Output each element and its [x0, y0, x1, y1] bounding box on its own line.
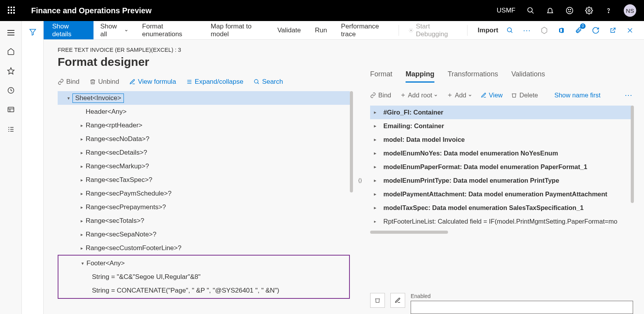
- map-node[interactable]: ▸modelPaymentAttachment: Data model enum…: [370, 187, 633, 201]
- show-name-first-button[interactable]: Show name first: [554, 92, 600, 99]
- format-tree-pane: FREE TEXT INVOICE (ER SAMPLE)(EXCEL) : 3…: [58, 47, 350, 314]
- map-node[interactable]: ▸modelEnumPrintType: Data model enumerat…: [370, 174, 633, 187]
- enabled-label: Enabled: [411, 293, 633, 299]
- h-scrollbar[interactable]: [370, 231, 448, 234]
- map-view-button[interactable]: View: [481, 92, 503, 99]
- map-node[interactable]: ▸RptFooterLineList: Calculated field = I…: [370, 215, 633, 228]
- tab-validations[interactable]: Validations: [511, 70, 545, 83]
- tab-transformations[interactable]: Transformations: [448, 70, 498, 83]
- tree-node[interactable]: Header<Any>: [58, 105, 350, 118]
- tree-node[interactable]: ▸Range<secCustomFooterLine>?: [58, 241, 350, 255]
- waffle-icon[interactable]: [8, 7, 16, 14]
- scrollbar[interactable]: [350, 91, 353, 192]
- tree-node-footer[interactable]: ▾Footer<Any>: [58, 256, 349, 270]
- map-node[interactable]: ▸model: Data model Invoice: [370, 133, 633, 146]
- show-all-menu[interactable]: Show all: [94, 21, 135, 39]
- svg-point-4: [570, 9, 571, 10]
- map-node[interactable]: ▸Emailing: Container: [370, 119, 633, 133]
- gear-icon[interactable]: [585, 6, 593, 15]
- start-debugging-button: Start Debugging: [402, 21, 464, 39]
- page-title: Format designer: [58, 55, 350, 69]
- tab-format[interactable]: Format: [370, 70, 392, 83]
- attachments-icon[interactable]: 0: [574, 26, 583, 35]
- map-node[interactable]: ▸#Giro_FI: Container: [370, 106, 633, 119]
- tree-toolbar: Bind Unbind View formula Expand/collapse…: [58, 78, 350, 86]
- clock-icon[interactable]: [7, 86, 15, 94]
- format-tree[interactable]: ▾Sheet<Invoice> Header<Any> ▸Range<rptHe…: [58, 91, 350, 299]
- scrollbar[interactable]: [631, 106, 634, 203]
- svg-marker-21: [30, 29, 35, 35]
- app-title: Finance and Operations Preview: [31, 6, 497, 15]
- run-button[interactable]: Run: [308, 21, 334, 39]
- svg-point-5: [588, 10, 590, 12]
- svg-point-30: [254, 79, 258, 83]
- funnel-icon[interactable]: [29, 28, 37, 36]
- map-more-icon[interactable]: ⋯: [625, 90, 633, 100]
- add-root-menu[interactable]: ＋Add root: [400, 91, 438, 99]
- view-formula-button[interactable]: View formula: [129, 78, 176, 86]
- tree-node[interactable]: ▸Range<secTotals>?: [58, 214, 350, 228]
- expand-collapse-button[interactable]: Expand/collapse: [186, 78, 243, 86]
- format-enumerations-button[interactable]: Format enumerations: [135, 21, 204, 39]
- map-node[interactable]: ▸modelEnumNoYes: Data model enumeration …: [370, 146, 633, 160]
- splitter-handle[interactable]: ⟨⟩: [358, 47, 362, 314]
- refresh-icon[interactable]: [591, 26, 600, 35]
- smiley-icon[interactable]: [565, 6, 574, 15]
- tree-node[interactable]: String = "&C&"Segoe UI,Regular"&8": [58, 270, 349, 284]
- tree-node[interactable]: ▸Range<secPrepayments>?: [58, 200, 350, 214]
- add-menu[interactable]: ＋Add: [446, 91, 472, 99]
- command-bar: Show details Show all Format enumeration…: [44, 21, 644, 40]
- search-icon[interactable]: [505, 26, 515, 35]
- user-avatar[interactable]: NS: [624, 4, 636, 17]
- tree-node[interactable]: ▸Range<secPaymSchedule>?: [58, 187, 350, 200]
- tree-node[interactable]: ▸Range<rptHeader>: [58, 118, 350, 132]
- search-icon[interactable]: [526, 6, 535, 15]
- performance-trace-button[interactable]: Performance trace: [334, 21, 395, 39]
- bell-icon[interactable]: [546, 6, 554, 15]
- options-icon[interactable]: [540, 26, 549, 35]
- tree-search-button[interactable]: Search: [254, 78, 283, 86]
- map-bind-button[interactable]: Bind: [370, 92, 391, 99]
- mapping-pane: Format Mapping Transformations Validatio…: [370, 47, 644, 314]
- modules-icon[interactable]: [7, 125, 15, 133]
- left-nav-rail: [0, 21, 22, 314]
- hamburger-icon[interactable]: [7, 30, 15, 36]
- trash-button[interactable]: [370, 293, 385, 308]
- map-delete-button[interactable]: Delete: [511, 92, 538, 99]
- enabled-input[interactable]: [411, 301, 633, 314]
- tree-node-root[interactable]: ▾Sheet<Invoice>: [58, 91, 350, 105]
- separator: [399, 25, 399, 36]
- tree-node[interactable]: ▸Range<secMarkup>?: [58, 159, 350, 173]
- popout-icon[interactable]: [608, 26, 618, 35]
- svg-point-23: [507, 28, 512, 32]
- validate-button[interactable]: Validate: [270, 21, 308, 39]
- tab-mapping[interactable]: Mapping: [406, 70, 434, 83]
- import-button[interactable]: Import: [471, 21, 505, 39]
- star-icon[interactable]: [7, 67, 15, 75]
- show-details-button[interactable]: Show details: [44, 21, 94, 39]
- company-code[interactable]: USMF: [497, 7, 515, 14]
- tree-node[interactable]: String = CONCATENATE("Page", " &P ", "@S…: [58, 284, 349, 297]
- map-node[interactable]: ▸modelEnumPaperFormat: Data model enumer…: [370, 160, 633, 174]
- unbind-button[interactable]: Unbind: [90, 78, 119, 86]
- office-icon[interactable]: [557, 26, 566, 35]
- help-icon[interactable]: [604, 6, 613, 15]
- svg-point-22: [411, 30, 412, 31]
- bind-button[interactable]: Bind: [58, 78, 79, 86]
- tree-node[interactable]: ▸Range<secTaxSpec>?: [58, 173, 350, 187]
- map-format-button[interactable]: Map format to model: [204, 21, 270, 39]
- svg-point-2: [566, 7, 573, 14]
- breadcrumb: FREE TEXT INVOICE (ER SAMPLE)(EXCEL) : 3: [58, 47, 350, 53]
- edit-button[interactable]: [390, 293, 405, 308]
- workspace-icon[interactable]: [7, 106, 15, 114]
- tree-node[interactable]: ▸Range<secNoData>?: [58, 132, 350, 146]
- mapping-tree[interactable]: ▸#Giro_FI: Container ▸Emailing: Containe…: [370, 105, 633, 228]
- close-icon[interactable]: [625, 26, 635, 35]
- map-node[interactable]: ▸modelTaxSpec: Data model enumeration Sa…: [370, 201, 633, 215]
- more-icon[interactable]: ⋯: [522, 26, 532, 35]
- svg-line-24: [511, 31, 512, 33]
- tree-node[interactable]: ▸Range<secDetails>?: [58, 146, 350, 159]
- tree-node[interactable]: ▸Range<secSepaNote>?: [58, 228, 350, 241]
- home-icon[interactable]: [7, 48, 15, 55]
- svg-point-3: [568, 9, 569, 10]
